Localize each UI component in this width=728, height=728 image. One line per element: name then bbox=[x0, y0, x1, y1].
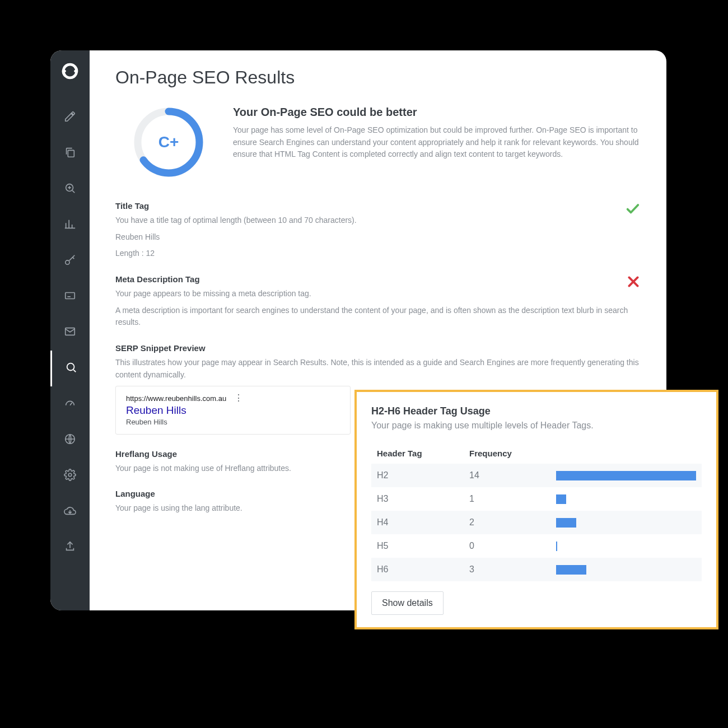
svg-point-1 bbox=[74, 70, 77, 73]
title-tag-label: Title Tag bbox=[115, 201, 641, 211]
sidebar-item-key[interactable] bbox=[50, 243, 90, 279]
table-header: Header Tag Frequency bbox=[371, 443, 702, 464]
page-title: On-Page SEO Results bbox=[115, 67, 641, 88]
gear-icon bbox=[64, 469, 76, 483]
svg-rect-5 bbox=[66, 293, 75, 299]
copy-icon bbox=[64, 146, 76, 161]
header-usage-title: H2-H6 Header Tag Usage bbox=[371, 405, 702, 417]
score-text: Your On-Page SEO could be better Your pa… bbox=[233, 106, 641, 161]
edit-icon bbox=[64, 110, 76, 125]
score-grade: C+ bbox=[158, 133, 179, 151]
cell-freq: 0 bbox=[469, 541, 556, 551]
cell-tag: H6 bbox=[377, 564, 469, 575]
header-tag-usage-card: H2-H6 Header Tag Usage Your page is maki… bbox=[354, 390, 718, 629]
card-icon bbox=[64, 290, 76, 304]
frequency-bar bbox=[556, 518, 576, 528]
key-icon bbox=[64, 254, 76, 268]
sidebar-item-mail[interactable] bbox=[50, 315, 90, 351]
serp-title: Reuben Hills bbox=[126, 404, 340, 417]
cell-freq: 1 bbox=[469, 494, 556, 504]
sidebar-item-download[interactable] bbox=[50, 494, 90, 530]
svg-rect-2 bbox=[68, 150, 74, 157]
globe-icon bbox=[64, 433, 76, 447]
frequency-bar bbox=[556, 471, 696, 480]
cloud-download-icon bbox=[64, 505, 76, 519]
cross-icon bbox=[626, 274, 641, 291]
table-row: H63 bbox=[371, 558, 702, 581]
show-details-button[interactable]: Show details bbox=[371, 591, 444, 615]
serp-url-text: https://www.reubenhills.com.au bbox=[126, 394, 226, 403]
sidebar-item-zoom[interactable] bbox=[50, 171, 90, 207]
title-tag-length: Length : 12 bbox=[115, 248, 641, 260]
vertical-dots-icon: ⋮ bbox=[234, 395, 243, 401]
frequency-bar bbox=[556, 542, 557, 551]
serp-url: https://www.reubenhills.com.au ⋮ bbox=[126, 394, 340, 403]
check-icon bbox=[625, 201, 641, 219]
header-usage-desc: Your page is making use multiple levels … bbox=[371, 421, 702, 431]
cell-tag: H4 bbox=[377, 517, 469, 528]
title-tag-section: Title Tag You have a title tag of optima… bbox=[115, 201, 641, 260]
score-description: Your page has some level of On-Page SEO … bbox=[233, 124, 641, 161]
sidebar bbox=[50, 50, 90, 610]
bar-chart-icon bbox=[64, 218, 76, 232]
cell-tag: H3 bbox=[377, 494, 469, 504]
score-heading: Your On-Page SEO could be better bbox=[233, 106, 641, 119]
serp-desc: This illustrates how your page may appea… bbox=[115, 357, 641, 381]
serp-snippet: Reuben Hills bbox=[126, 418, 340, 426]
table-row: H214 bbox=[371, 464, 702, 487]
sidebar-item-settings[interactable] bbox=[50, 458, 90, 494]
svg-point-7 bbox=[67, 363, 74, 371]
sidebar-item-share[interactable] bbox=[50, 530, 90, 566]
svg-point-0 bbox=[63, 70, 66, 73]
meta-desc-label: Meta Description Tag bbox=[115, 274, 641, 284]
search-icon bbox=[65, 361, 77, 376]
sidebar-item-copy[interactable] bbox=[50, 136, 90, 171]
frequency-bar bbox=[556, 494, 566, 504]
serp-label: SERP Snippet Preview bbox=[115, 343, 641, 353]
sidebar-item-search[interactable] bbox=[50, 351, 90, 386]
app-logo-icon bbox=[59, 60, 81, 84]
cell-freq: 14 bbox=[469, 470, 556, 480]
score-ring: C+ bbox=[132, 106, 205, 179]
cell-tag: H5 bbox=[377, 541, 469, 551]
score-summary: C+ Your On-Page SEO could be better Your… bbox=[115, 106, 641, 179]
cell-tag: H2 bbox=[377, 470, 469, 480]
sidebar-item-edit[interactable] bbox=[50, 100, 90, 136]
sidebar-item-chart[interactable] bbox=[50, 207, 90, 243]
share-icon bbox=[64, 540, 76, 555]
table-row: H50 bbox=[371, 534, 702, 558]
meta-description-section: Meta Description Tag Your page appears t… bbox=[115, 274, 641, 329]
col-header-freq: Frequency bbox=[469, 449, 556, 458]
title-tag-value: Reuben Hills bbox=[115, 231, 641, 244]
sidebar-item-card[interactable] bbox=[50, 279, 90, 315]
sidebar-item-globe[interactable] bbox=[50, 422, 90, 458]
serp-preview-box: https://www.reubenhills.com.au ⋮ Reuben … bbox=[115, 386, 351, 435]
col-header-tag: Header Tag bbox=[377, 449, 469, 458]
sidebar-item-speed[interactable] bbox=[50, 386, 90, 422]
title-tag-desc: You have a title tag of optimal length (… bbox=[115, 214, 641, 227]
zoom-in-icon bbox=[64, 182, 76, 197]
frequency-bar bbox=[556, 565, 586, 575]
table-row: H31 bbox=[371, 487, 702, 511]
table-row: H42 bbox=[371, 511, 702, 534]
svg-point-4 bbox=[66, 260, 69, 264]
meta-desc-desc: Your page appears to be missing a meta d… bbox=[115, 288, 641, 300]
cell-freq: 3 bbox=[469, 564, 556, 575]
cell-freq: 2 bbox=[469, 517, 556, 528]
svg-point-9 bbox=[68, 473, 72, 477]
mail-icon bbox=[64, 325, 76, 340]
meta-desc-extra: A meta description is important for sear… bbox=[115, 305, 641, 329]
gauge-icon bbox=[64, 397, 76, 412]
header-frequency-table: Header Tag Frequency H214H31H42H50H63 bbox=[371, 443, 702, 581]
